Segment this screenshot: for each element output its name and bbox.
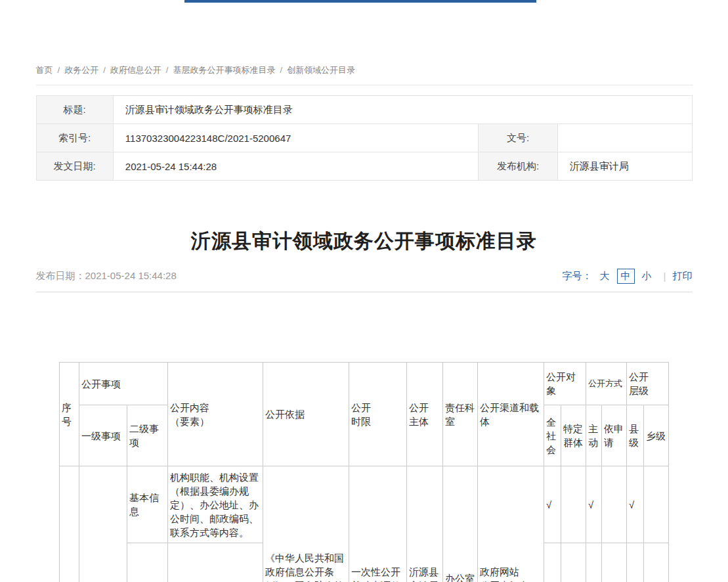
publish-date-label: 发布日期： bbox=[36, 270, 85, 281]
cell-department: 办公室 bbox=[443, 466, 478, 582]
th-all-society: 全社会 bbox=[544, 405, 561, 466]
th-matters: 公开事项 bbox=[79, 363, 168, 405]
article-toolbar: 字号： 大 中 小 | 打印 bbox=[563, 269, 693, 284]
cell-specific-group-mark bbox=[561, 543, 586, 582]
cell-active-mark: √ bbox=[586, 543, 602, 582]
breadcrumb-zhengwu[interactable]: 政务公开 bbox=[64, 65, 98, 75]
font-small-button[interactable]: 小 bbox=[639, 269, 655, 283]
meta-value-docnum bbox=[557, 124, 692, 152]
breadcrumb-current[interactable]: 创新领域公开目录 bbox=[287, 65, 355, 75]
breadcrumb: 首页/政务公开/政府信息公开/基层政务公开事项标准目录/创新领域公开目录 bbox=[36, 64, 693, 85]
cell-county-mark: √ bbox=[627, 543, 644, 582]
cell-on-request-mark bbox=[602, 466, 627, 543]
font-medium-button[interactable]: 中 bbox=[617, 269, 635, 284]
meta-label-title: 标题: bbox=[36, 96, 113, 124]
th-deadline: 公开 时限 bbox=[349, 363, 407, 466]
meta-row-date: 发文日期: 2021-05-24 15:44:28 发布机构: 沂源县审计局 bbox=[36, 152, 692, 181]
breadcrumb-home[interactable]: 首页 bbox=[36, 65, 53, 75]
th-basis: 公开依据 bbox=[263, 363, 349, 466]
th-township: 乡级 bbox=[644, 405, 669, 466]
th-department: 责任科室 bbox=[443, 363, 478, 466]
cell-township-mark bbox=[644, 466, 669, 543]
breadcrumb-standard-catalog[interactable]: 基层政务公开事项标准目录 bbox=[173, 65, 275, 75]
cell-all-society-mark: √ bbox=[544, 466, 561, 543]
article-meta-row: 发布日期：2021-05-24 15:44:28 字号： 大 中 小 | 打印 bbox=[36, 269, 693, 292]
breadcrumb-separator: / bbox=[103, 65, 106, 75]
cell-specific-group-mark bbox=[561, 466, 586, 543]
publish-date-value: 2021-05-24 15:44:28 bbox=[85, 270, 177, 281]
th-specific-group: 特定 群体 bbox=[561, 405, 586, 466]
page-title: 沂源县审计领域政务公开事项标准目录 bbox=[36, 229, 693, 253]
publish-date: 发布日期：2021-05-24 15:44:28 bbox=[36, 270, 177, 282]
meta-value-date: 2021-05-24 15:44:28 bbox=[113, 152, 479, 181]
th-channel: 公开渠道和载体 bbox=[478, 363, 544, 466]
cell-on-request-mark bbox=[602, 543, 627, 582]
cell-county-mark: √ bbox=[627, 466, 644, 543]
toolbar-divider: | bbox=[664, 271, 666, 282]
print-button[interactable]: 打印 bbox=[673, 270, 693, 282]
cell-active-mark: √ bbox=[586, 466, 602, 543]
th-active: 主动 bbox=[586, 405, 602, 466]
cell-channel: 政府网站 公开查阅点 bbox=[478, 466, 544, 582]
cell-all-society-mark: √ bbox=[544, 543, 561, 582]
th-target: 公开对象 bbox=[544, 363, 586, 405]
th-secondary-matter: 二级事项 bbox=[127, 405, 168, 466]
th-primary-matter: 一级事项 bbox=[79, 405, 127, 466]
th-county: 县级 bbox=[627, 405, 644, 466]
cell-deadline: 一次性公开并动态调整 bbox=[349, 466, 407, 582]
meta-label-index: 索引号: bbox=[36, 124, 113, 152]
page-container: 首页/政务公开/政府信息公开/基层政务公开事项标准目录/创新领域公开目录 标题:… bbox=[36, 0, 693, 582]
meta-label-docnum: 文号: bbox=[479, 124, 557, 152]
th-method: 公开方式 bbox=[586, 363, 627, 405]
disclosure-catalog-table: 序 号 公开事项 公开内容 （要素） 公开依据 公开 时限 公开 主体 责任科室… bbox=[59, 362, 669, 582]
meta-row-title: 标题: 沂源县审计领域政务公开事项标准目录 bbox=[36, 96, 692, 124]
meta-label-date: 发文日期: bbox=[36, 152, 113, 181]
font-large-button[interactable]: 大 bbox=[597, 269, 613, 283]
breadcrumb-separator: / bbox=[280, 65, 282, 75]
cell-primary-matter bbox=[79, 466, 127, 582]
cell-content: 内设机构及下属单位设置、职能、办公地址、办公时间、联系方式、负责人姓名 bbox=[168, 543, 263, 582]
breadcrumb-separator: / bbox=[166, 65, 169, 75]
document-meta-table: 标题: 沂源县审计领域政务公开事项标准目录 索引号: 1137032300422… bbox=[36, 95, 693, 181]
cell-seq bbox=[60, 466, 79, 582]
cell-content: 机构职能、机构设置（根据县委编办规定）、办公地址、办公时间、邮政编码、联系方式等… bbox=[168, 466, 263, 543]
meta-label-org: 发布机构: bbox=[479, 152, 557, 181]
cell-subject: 沂源县审计局 bbox=[407, 466, 443, 582]
table-header-row-1: 序 号 公开事项 公开内容 （要素） 公开依据 公开 时限 公开 主体 责任科室… bbox=[60, 363, 669, 405]
cell-secondary-matter: 基本信息 bbox=[127, 466, 168, 543]
cell-township-mark bbox=[644, 543, 669, 582]
cell-secondary-matter: 内设机构及下属事业 bbox=[127, 543, 168, 582]
th-seq: 序 号 bbox=[60, 363, 79, 466]
th-content: 公开内容 （要素） bbox=[168, 363, 263, 466]
cell-basis: 《中华人民共和国政府信息公开条例》（国务院令第711号） bbox=[263, 466, 349, 582]
font-size-label: 字号： bbox=[563, 270, 592, 282]
th-subject: 公开 主体 bbox=[407, 363, 443, 466]
meta-row-index: 索引号: 11370323004223148C/2021-5200647 文号: bbox=[36, 124, 692, 152]
meta-value-title: 沂源县审计领域政务公开事项标准目录 bbox=[113, 96, 692, 124]
breadcrumb-gov-info[interactable]: 政府信息公开 bbox=[110, 65, 161, 75]
meta-value-org: 沂源县审计局 bbox=[557, 152, 692, 181]
th-on-request: 依申 请 bbox=[602, 405, 627, 466]
th-level: 公开 层级 bbox=[627, 363, 669, 405]
breadcrumb-separator: / bbox=[58, 65, 60, 75]
top-nav-bar-remnant bbox=[184, 0, 536, 3]
table-row: 基本信息 机构职能、机构设置（根据县委编办规定）、办公地址、办公时间、邮政编码、… bbox=[60, 466, 669, 543]
meta-value-index: 11370323004223148C/2021-5200647 bbox=[113, 124, 479, 152]
